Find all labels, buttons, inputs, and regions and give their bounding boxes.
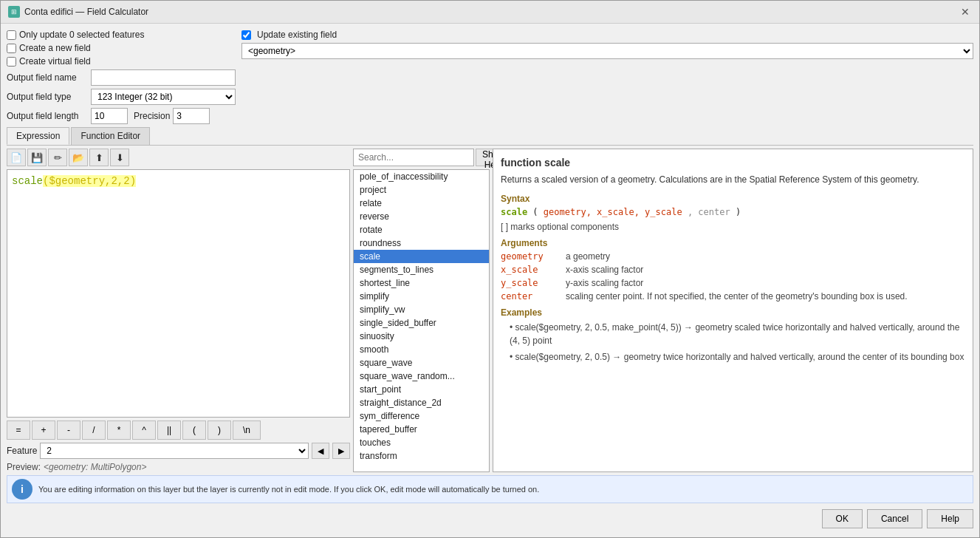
only-update-checkbox[interactable]: [7, 30, 16, 40]
top-columns: Only update 0 selected features Create a…: [7, 30, 973, 124]
calc-concat[interactable]: ||: [157, 420, 181, 440]
help-arg-desc: a geometry: [566, 251, 610, 262]
function-list-item[interactable]: simplify_vw: [354, 303, 489, 316]
cancel-button[interactable]: Cancel: [867, 509, 922, 528]
precision-label: Precision: [134, 111, 170, 121]
output-field-name-input[interactable]: [91, 69, 236, 86]
calc-newline[interactable]: \n: [233, 420, 261, 440]
bottom-section: i You are editing information on this la…: [7, 475, 973, 531]
button-row: OK Cancel Help: [7, 506, 973, 531]
function-list-item[interactable]: shortest_line: [354, 276, 489, 290]
left-col: Only update 0 selected features Create a…: [7, 30, 236, 124]
function-list-item[interactable]: straight_distance_2d: [354, 396, 489, 409]
help-panel: function scale Returns a scaled version …: [493, 149, 973, 472]
create-new-field-checkbox[interactable]: [7, 44, 16, 53]
create-virtual-label: Create virtual field: [19, 56, 91, 67]
calc-open-paren[interactable]: (: [182, 420, 206, 440]
create-new-field-label: Create a new field: [19, 43, 91, 53]
help-title: function scale: [501, 157, 965, 168]
preview-row: Preview: <geometry: MultiPolygon>: [7, 462, 350, 472]
help-arg-name: center: [501, 291, 560, 302]
help-arg-desc: x-axis scaling factor: [566, 265, 643, 275]
info-text: You are editing information on this laye…: [38, 485, 539, 494]
syntax-params: geometry, x_scale, y_scale: [544, 207, 682, 217]
window-title: Conta edifici — Field Calculator: [24, 7, 148, 17]
function-list-item[interactable]: touches: [354, 436, 489, 449]
help-button[interactable]: Help: [927, 509, 973, 528]
function-list-item[interactable]: sym_difference: [354, 409, 489, 423]
field-calculator-window: ⊞ Conta edifici — Field Calculator ✕ Onl…: [0, 0, 980, 538]
only-update-row: Only update 0 selected features: [7, 30, 236, 40]
function-list-item[interactable]: scale: [354, 250, 489, 263]
calc-buttons: = + - / * ^ || ( ) \n: [7, 420, 350, 440]
edit-expr-button[interactable]: ✏: [48, 149, 67, 166]
function-list-item[interactable]: roundness: [354, 236, 489, 250]
help-args-table: geometrya geometryx_scalex-axis scaling …: [501, 251, 965, 302]
output-field-length-row: Output field length Precision: [7, 108, 236, 124]
only-update-label: Only update 0 selected features: [19, 30, 144, 40]
tab-function-editor[interactable]: Function Editor: [71, 127, 150, 145]
load-expr-button[interactable]: 📂: [69, 149, 88, 166]
calc-close-paren[interactable]: ): [208, 420, 231, 440]
tab-expression[interactable]: Expression: [7, 127, 69, 145]
function-list-item[interactable]: pole_of_inaccessibility: [354, 170, 489, 183]
geometry-combo[interactable]: <geometry>: [241, 43, 973, 59]
help-optional-note: [ ] marks optional components: [501, 222, 965, 232]
expr-func-name: scale: [12, 175, 43, 187]
function-list-item[interactable]: square_wave: [354, 356, 489, 370]
calc-equals[interactable]: =: [7, 420, 30, 440]
preview-label: Preview:: [7, 462, 41, 472]
output-field-length-label: Output field length: [7, 111, 88, 121]
calc-divide[interactable]: /: [82, 420, 106, 440]
feature-next-button[interactable]: ▶: [332, 443, 350, 459]
function-list-item[interactable]: square_wave_random...: [354, 370, 489, 383]
help-arg-row: centerscaling center point. If not speci…: [501, 291, 965, 302]
output-field-name-row: Output field name: [7, 69, 236, 86]
function-list-item[interactable]: simplify: [354, 290, 489, 303]
function-list-item[interactable]: tapered_buffer: [354, 423, 489, 436]
search-input[interactable]: [353, 149, 474, 166]
middle-section: 📄 💾 ✏ 📂 ⬆ ⬇ scale($geometry,2,2) = + - /: [7, 149, 973, 472]
calc-plus[interactable]: +: [32, 420, 55, 440]
expr-toolbar: 📄 💾 ✏ 📂 ⬆ ⬇: [7, 149, 350, 166]
ok-button[interactable]: OK: [822, 509, 863, 528]
function-list-item[interactable]: smooth: [354, 343, 489, 356]
function-list-item[interactable]: single_sided_buffer: [354, 316, 489, 330]
function-list-item[interactable]: relate: [354, 197, 489, 210]
new-expr-button[interactable]: 📄: [7, 149, 26, 166]
output-field-length-input[interactable]: [91, 108, 128, 124]
update-existing-label: Update existing field: [257, 30, 337, 40]
help-syntax: scale ( geometry, x_scale, y_scale , cen…: [501, 207, 965, 217]
feature-prev-button[interactable]: ◀: [312, 443, 329, 459]
output-field-type-row: Output field type 123 Integer (32 bit): [7, 89, 236, 105]
expression-editor[interactable]: scale($geometry,2,2): [7, 169, 350, 418]
help-arg-name: x_scale: [501, 265, 560, 275]
calc-minus[interactable]: -: [57, 420, 80, 440]
feature-combo[interactable]: 2: [40, 443, 309, 459]
export-expr-button[interactable]: ⬇: [110, 149, 129, 166]
function-list-item[interactable]: reverse: [354, 210, 489, 223]
search-row: Show Help: [353, 149, 490, 166]
help-arg-row: geometrya geometry: [501, 251, 965, 262]
precision-input[interactable]: [173, 108, 210, 124]
close-button[interactable]: ✕: [959, 5, 972, 18]
create-virtual-checkbox[interactable]: [7, 57, 16, 67]
output-field-type-select[interactable]: 123 Integer (32 bit): [91, 89, 236, 105]
calc-power[interactable]: ^: [132, 420, 156, 440]
import-expr-button[interactable]: ⬆: [89, 149, 109, 166]
calc-multiply[interactable]: *: [107, 420, 131, 440]
function-list-item[interactable]: rotate: [354, 223, 489, 236]
function-list-item[interactable]: start_point: [354, 383, 489, 396]
help-arg-row: y_scaley-axis scaling factor: [501, 278, 965, 288]
main-content: Only update 0 selected features Create a…: [1, 24, 979, 537]
save-expr-button[interactable]: 💾: [27, 149, 47, 166]
update-existing-checkbox[interactable]: [241, 30, 251, 40]
function-list-item[interactable]: segments_to_lines: [354, 263, 489, 276]
function-list-item[interactable]: transform: [354, 449, 489, 463]
function-list-item[interactable]: sinuosity: [354, 330, 489, 343]
app-icon: ⊞: [8, 6, 20, 18]
function-list-item[interactable]: project: [354, 183, 489, 197]
tabs: Expression Function Editor: [7, 127, 973, 146]
help-arguments-label: Arguments: [501, 238, 965, 248]
help-syntax-label: Syntax: [501, 194, 965, 204]
